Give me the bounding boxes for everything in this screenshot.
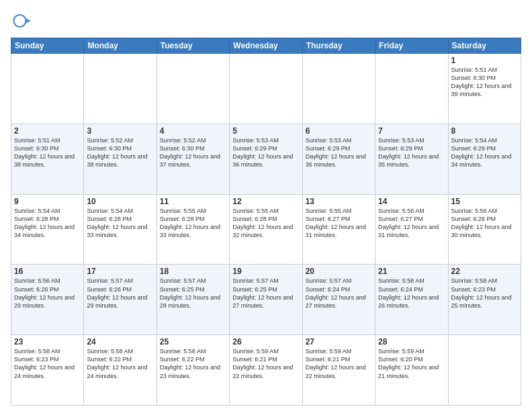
day-number: 4 xyxy=(160,126,226,136)
day-info: Sunrise: 5:58 AM Sunset: 6:23 PM Dayligh… xyxy=(451,277,518,310)
calendar-cell xyxy=(302,54,375,124)
day-number: 25 xyxy=(160,337,226,347)
calendar-week-2: 9Sunrise: 5:54 AM Sunset: 6:28 PM Daylig… xyxy=(11,194,521,265)
day-info: Sunrise: 5:57 AM Sunset: 6:24 PM Dayligh… xyxy=(306,277,372,310)
day-number: 17 xyxy=(87,267,153,276)
calendar-week-4: 23Sunrise: 5:58 AM Sunset: 6:23 PM Dayli… xyxy=(11,335,521,406)
calendar-cell xyxy=(375,54,448,124)
weekday-header-sunday: Sunday xyxy=(11,38,84,54)
calendar-cell: 25Sunrise: 5:58 AM Sunset: 6:22 PM Dayli… xyxy=(157,335,229,406)
calendar-cell: 14Sunrise: 5:56 AM Sunset: 6:27 PM Dayli… xyxy=(375,194,448,265)
day-number: 11 xyxy=(160,197,226,206)
calendar-cell: 28Sunrise: 5:59 AM Sunset: 6:20 PM Dayli… xyxy=(375,335,448,406)
calendar-cell: 18Sunrise: 5:57 AM Sunset: 6:25 PM Dayli… xyxy=(157,265,229,335)
day-info: Sunrise: 5:56 AM Sunset: 6:26 PM Dayligh… xyxy=(451,207,518,240)
calendar-cell: 6Sunrise: 5:53 AM Sunset: 6:29 PM Daylig… xyxy=(302,124,375,194)
weekday-header-tuesday: Tuesday xyxy=(157,38,229,54)
page: SundayMondayTuesdayWednesdayThursdayFrid… xyxy=(0,0,532,411)
day-info: Sunrise: 5:53 AM Sunset: 6:29 PM Dayligh… xyxy=(232,136,299,169)
day-info: Sunrise: 5:54 AM Sunset: 6:28 PM Dayligh… xyxy=(87,207,153,240)
day-number: 3 xyxy=(87,126,153,136)
svg-marker-1 xyxy=(25,18,31,24)
calendar-cell: 19Sunrise: 5:57 AM Sunset: 6:25 PM Dayli… xyxy=(230,265,302,335)
day-info: Sunrise: 5:58 AM Sunset: 6:24 PM Dayligh… xyxy=(378,277,445,310)
day-number: 15 xyxy=(451,197,518,206)
day-number: 27 xyxy=(306,337,372,347)
weekday-header-thursday: Thursday xyxy=(302,38,375,54)
calendar-cell: 7Sunrise: 5:53 AM Sunset: 6:29 PM Daylig… xyxy=(375,124,448,194)
calendar-cell xyxy=(84,54,157,124)
calendar-cell: 8Sunrise: 5:54 AM Sunset: 6:29 PM Daylig… xyxy=(448,124,521,194)
day-info: Sunrise: 5:56 AM Sunset: 6:27 PM Dayligh… xyxy=(378,207,445,240)
day-number: 19 xyxy=(232,267,299,276)
calendar-cell xyxy=(157,54,229,124)
day-number: 16 xyxy=(14,267,81,276)
day-info: Sunrise: 5:53 AM Sunset: 6:29 PM Dayligh… xyxy=(306,136,372,169)
day-number: 9 xyxy=(14,197,81,206)
day-number: 10 xyxy=(87,197,153,206)
calendar-cell: 11Sunrise: 5:55 AM Sunset: 6:28 PM Dayli… xyxy=(157,194,229,265)
calendar-cell: 22Sunrise: 5:58 AM Sunset: 6:23 PM Dayli… xyxy=(448,265,521,335)
calendar-week-1: 2Sunrise: 5:51 AM Sunset: 6:30 PM Daylig… xyxy=(11,124,521,194)
day-info: Sunrise: 5:59 AM Sunset: 6:21 PM Dayligh… xyxy=(232,347,299,380)
day-number: 22 xyxy=(451,267,518,276)
day-number: 2 xyxy=(14,126,81,136)
day-info: Sunrise: 5:51 AM Sunset: 6:30 PM Dayligh… xyxy=(14,136,81,169)
weekday-header-row: SundayMondayTuesdayWednesdayThursdayFrid… xyxy=(11,38,521,54)
weekday-header-wednesday: Wednesday xyxy=(230,38,302,54)
day-info: Sunrise: 5:52 AM Sunset: 6:30 PM Dayligh… xyxy=(160,136,226,169)
day-number: 8 xyxy=(451,126,518,136)
calendar-table: SundayMondayTuesdayWednesdayThursdayFrid… xyxy=(11,38,521,406)
calendar-cell: 13Sunrise: 5:55 AM Sunset: 6:27 PM Dayli… xyxy=(302,194,375,265)
day-number: 28 xyxy=(378,337,445,347)
day-info: Sunrise: 5:58 AM Sunset: 6:23 PM Dayligh… xyxy=(14,347,81,380)
calendar-cell xyxy=(448,335,521,406)
svg-point-0 xyxy=(14,15,26,27)
calendar-cell xyxy=(230,54,302,124)
calendar-cell: 26Sunrise: 5:59 AM Sunset: 6:21 PM Dayli… xyxy=(230,335,302,406)
day-info: Sunrise: 5:57 AM Sunset: 6:26 PM Dayligh… xyxy=(87,277,153,310)
calendar-cell: 20Sunrise: 5:57 AM Sunset: 6:24 PM Dayli… xyxy=(302,265,375,335)
day-info: Sunrise: 5:58 AM Sunset: 6:22 PM Dayligh… xyxy=(160,347,226,380)
day-info: Sunrise: 5:51 AM Sunset: 6:30 PM Dayligh… xyxy=(451,66,518,99)
day-number: 5 xyxy=(232,126,299,136)
day-info: Sunrise: 5:59 AM Sunset: 6:21 PM Dayligh… xyxy=(306,347,372,380)
calendar-cell: 9Sunrise: 5:54 AM Sunset: 6:28 PM Daylig… xyxy=(11,194,84,265)
day-info: Sunrise: 5:54 AM Sunset: 6:28 PM Dayligh… xyxy=(14,207,81,240)
weekday-header-saturday: Saturday xyxy=(448,38,521,54)
day-number: 6 xyxy=(306,126,372,136)
calendar-cell: 10Sunrise: 5:54 AM Sunset: 6:28 PM Dayli… xyxy=(84,194,157,265)
day-info: Sunrise: 5:55 AM Sunset: 6:28 PM Dayligh… xyxy=(160,207,226,240)
calendar-cell: 17Sunrise: 5:57 AM Sunset: 6:26 PM Dayli… xyxy=(84,265,157,335)
logo-icon xyxy=(11,11,31,31)
day-info: Sunrise: 5:56 AM Sunset: 6:26 PM Dayligh… xyxy=(14,277,81,310)
weekday-header-monday: Monday xyxy=(84,38,157,54)
day-number: 21 xyxy=(378,267,445,276)
day-number: 1 xyxy=(451,56,518,65)
calendar-cell: 5Sunrise: 5:53 AM Sunset: 6:29 PM Daylig… xyxy=(230,124,302,194)
day-info: Sunrise: 5:57 AM Sunset: 6:25 PM Dayligh… xyxy=(232,277,299,310)
calendar-cell: 15Sunrise: 5:56 AM Sunset: 6:26 PM Dayli… xyxy=(448,194,521,265)
day-info: Sunrise: 5:53 AM Sunset: 6:29 PM Dayligh… xyxy=(378,136,445,169)
day-number: 24 xyxy=(87,337,153,347)
calendar-cell: 16Sunrise: 5:56 AM Sunset: 6:26 PM Dayli… xyxy=(11,265,84,335)
day-number: 18 xyxy=(160,267,226,276)
day-info: Sunrise: 5:58 AM Sunset: 6:22 PM Dayligh… xyxy=(87,347,153,380)
calendar-cell: 3Sunrise: 5:52 AM Sunset: 6:30 PM Daylig… xyxy=(84,124,157,194)
day-number: 13 xyxy=(306,197,372,206)
logo xyxy=(11,11,34,31)
day-info: Sunrise: 5:57 AM Sunset: 6:25 PM Dayligh… xyxy=(160,277,226,310)
day-info: Sunrise: 5:52 AM Sunset: 6:30 PM Dayligh… xyxy=(87,136,153,169)
calendar-cell: 23Sunrise: 5:58 AM Sunset: 6:23 PM Dayli… xyxy=(11,335,84,406)
calendar-cell: 1Sunrise: 5:51 AM Sunset: 6:30 PM Daylig… xyxy=(448,54,521,124)
day-number: 20 xyxy=(306,267,372,276)
day-info: Sunrise: 5:55 AM Sunset: 6:28 PM Dayligh… xyxy=(232,207,299,240)
calendar-week-0: 1Sunrise: 5:51 AM Sunset: 6:30 PM Daylig… xyxy=(11,54,521,124)
day-info: Sunrise: 5:54 AM Sunset: 6:29 PM Dayligh… xyxy=(451,136,518,169)
calendar-week-3: 16Sunrise: 5:56 AM Sunset: 6:26 PM Dayli… xyxy=(11,265,521,335)
calendar-cell: 21Sunrise: 5:58 AM Sunset: 6:24 PM Dayli… xyxy=(375,265,448,335)
calendar-cell xyxy=(11,54,84,124)
header xyxy=(11,11,521,31)
day-info: Sunrise: 5:59 AM Sunset: 6:20 PM Dayligh… xyxy=(378,347,445,380)
calendar-cell: 24Sunrise: 5:58 AM Sunset: 6:22 PM Dayli… xyxy=(84,335,157,406)
